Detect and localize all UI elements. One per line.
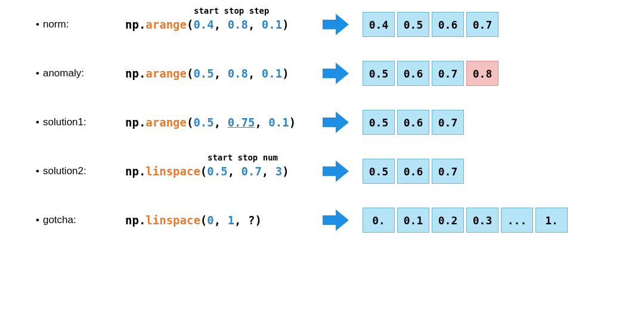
row-label: •solution1: (24, 116, 125, 128)
diagram-container: •norm:start stop stepnp.arange(0.4, 0.8,… (24, 12, 620, 233)
code-expression: np.linspace(0, 1, ?) (125, 214, 316, 227)
array-cell: 0.7 (466, 12, 499, 37)
arrow-right-icon (323, 209, 349, 231)
array-cell: 0.6 (432, 12, 464, 37)
array-cell: 0.4 (363, 12, 395, 37)
arrow (321, 209, 351, 231)
bullet-icon: • (36, 18, 39, 30)
array-cell: 0.7 (432, 159, 464, 184)
array-cell: 0.5 (363, 110, 395, 135)
arrow-right-icon (323, 63, 349, 84)
label-text: anomaly: (43, 67, 84, 79)
array-cell: 0.1 (397, 208, 429, 233)
example-row: •gotcha:np.linspace(0, 1, ?)0.0.10.20.3.… (24, 208, 620, 233)
svg-marker-2 (323, 112, 349, 133)
svg-marker-0 (323, 14, 349, 35)
array-cell: 0.6 (397, 110, 429, 135)
array-cell: 0.6 (397, 61, 429, 86)
output-array: 0.0.10.20.3...1. (363, 208, 568, 233)
bullet-icon: • (36, 116, 39, 128)
example-row: •solution1:np.arange(0.5, 0.75, 0.1)0.50… (24, 110, 620, 135)
array-cell: 0.5 (363, 61, 395, 86)
code-expression: np.linspace(0.5, 0.7, 3) (125, 165, 316, 178)
arrow-right-icon (323, 14, 349, 35)
array-cell-anomaly: 0.8 (466, 61, 499, 86)
example-row: •solution2:start stop numnp.linspace(0.5… (24, 159, 620, 184)
array-cell: 0. (363, 208, 395, 233)
svg-marker-3 (323, 160, 349, 182)
code-wrap: np.arange(0.5, 0.75, 0.1) (125, 116, 316, 129)
arrow (321, 112, 351, 133)
param-annotation: start stop num (208, 153, 278, 162)
param-annotation: start stop step (194, 6, 269, 16)
example-row: •norm:start stop stepnp.arange(0.4, 0.8,… (24, 12, 620, 37)
array-cell: 1. (535, 208, 568, 233)
bullet-icon: • (36, 214, 39, 225)
array-cell: ... (501, 208, 533, 233)
svg-marker-1 (323, 63, 349, 84)
array-cell: 0.5 (397, 12, 429, 37)
code-expression: np.arange(0.5, 0.8, 0.1) (125, 67, 316, 80)
label-text: solution2: (43, 165, 86, 177)
arrow (321, 160, 351, 182)
arrow (321, 14, 351, 35)
row-label: •norm: (24, 18, 125, 30)
row-label: •gotcha: (24, 214, 125, 226)
output-array: 0.50.60.7 (363, 159, 464, 184)
code-wrap: start stop stepnp.arange(0.4, 0.8, 0.1) (125, 18, 316, 31)
example-row: •anomaly:np.arange(0.5, 0.8, 0.1)0.50.60… (24, 61, 620, 86)
bullet-icon: • (36, 67, 39, 79)
output-array: 0.50.60.70.8 (363, 61, 499, 86)
arrow (321, 63, 351, 84)
code-wrap: start stop numnp.linspace(0.5, 0.7, 3) (125, 165, 316, 178)
output-array: 0.50.60.7 (363, 110, 464, 135)
row-label: •solution2: (24, 165, 125, 177)
label-text: norm: (43, 18, 69, 30)
array-cell: 0.5 (363, 159, 395, 184)
array-cell: 0.6 (397, 159, 429, 184)
output-array: 0.40.50.60.7 (363, 12, 499, 37)
arrow-right-icon (323, 112, 349, 133)
code-expression: np.arange(0.5, 0.75, 0.1) (125, 116, 316, 129)
array-cell: 0.2 (432, 208, 464, 233)
row-label: •anomaly: (24, 67, 125, 79)
bullet-icon: • (36, 165, 39, 177)
array-cell: 0.7 (432, 61, 464, 86)
code-wrap: np.arange(0.5, 0.8, 0.1) (125, 67, 316, 80)
array-cell: 0.7 (432, 110, 464, 135)
label-text: solution1: (43, 116, 86, 128)
svg-marker-4 (323, 209, 349, 231)
code-expression: np.arange(0.4, 0.8, 0.1) (125, 18, 316, 31)
arrow-right-icon (323, 160, 349, 182)
array-cell: 0.3 (466, 208, 499, 233)
label-text: gotcha: (43, 214, 76, 225)
code-wrap: np.linspace(0, 1, ?) (125, 214, 316, 227)
